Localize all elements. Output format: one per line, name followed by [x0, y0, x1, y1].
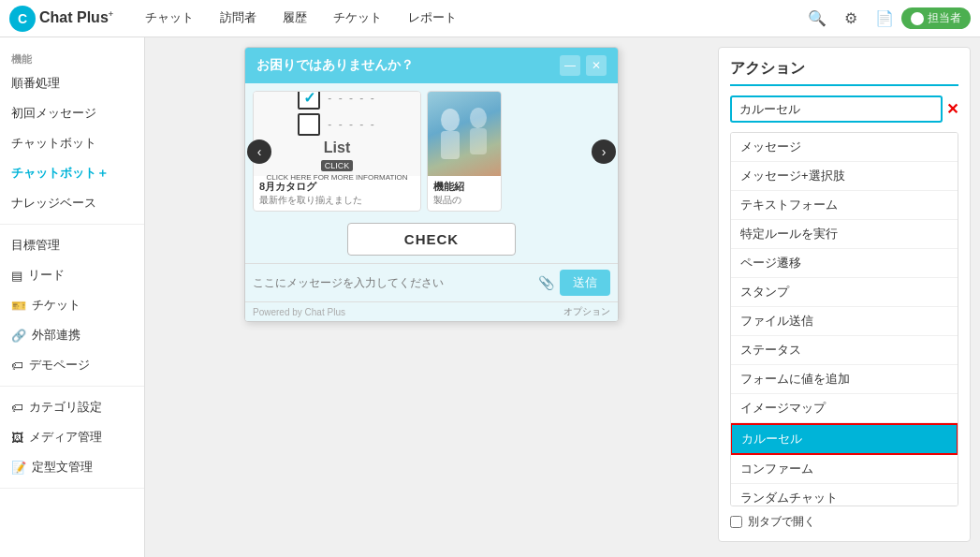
- logo-icon: C: [9, 6, 36, 32]
- nav-chat[interactable]: チャット: [132, 0, 207, 37]
- sidebar-item-chatbotplus[interactable]: チャットボット＋: [0, 158, 144, 188]
- checkbox-unchecked: [298, 113, 320, 136]
- sidebar-item-ticket-label: チケット: [32, 297, 80, 314]
- agent-label: 担当者: [928, 10, 961, 26]
- dropdown-item-confirm[interactable]: コンファーム: [731, 455, 958, 484]
- dropdown-item-imagemap[interactable]: イメージマップ: [731, 394, 958, 423]
- chat-preview-wrap: お困りではありませんか？ — ✕ - -: [154, 47, 709, 548]
- sidebar-item-demo[interactable]: 🏷 デモページ: [0, 350, 144, 380]
- dropdown-item-stamp[interactable]: スタンプ: [731, 278, 958, 307]
- checkbox-checked: [298, 91, 320, 110]
- sidebar-item-lead[interactable]: ▤ リード: [0, 260, 144, 290]
- dropdown-list: メッセージ メッセージ+選択肢 テキストフォーム 特定ルールを実行 ページ遷移 …: [730, 132, 958, 506]
- search-icon[interactable]: 🔍: [800, 2, 834, 36]
- nav-visitors[interactable]: 訪問者: [207, 0, 270, 37]
- chat-footer: Powered by Chat Plus オプション: [245, 301, 618, 321]
- document-icon[interactable]: 📄: [868, 2, 901, 36]
- sidebar-group-main: 目標管理 ▤ リード 🎫 チケット 🔗 外部連携 🏷 デモページ: [0, 225, 144, 387]
- sidebar-item-chatbot[interactable]: チャットボット: [0, 128, 144, 158]
- carousel-next-button[interactable]: ›: [592, 139, 616, 164]
- chat-input[interactable]: [253, 276, 533, 289]
- sidebar-item-lead-label: リード: [28, 267, 65, 284]
- svg-rect-3: [470, 128, 487, 154]
- nav-ticket[interactable]: チケット: [320, 0, 395, 37]
- svg-point-2: [470, 108, 487, 128]
- media-icon: 🖼: [11, 431, 23, 445]
- chat-header: お困りではありませんか？ — ✕: [245, 48, 618, 83]
- dropdown-item-random[interactable]: ランダムチャット: [731, 484, 958, 506]
- dashes-unchecked: - - - - -: [328, 118, 375, 131]
- toggle-dot: [911, 12, 924, 25]
- powered-by: Powered by Chat Plus: [253, 307, 345, 317]
- close-chat-icon[interactable]: ✕: [586, 55, 607, 76]
- dropdown-item-formvalue[interactable]: フォームに値を追加: [731, 365, 958, 394]
- dropdown-item-textform[interactable]: テキストフォーム: [731, 191, 958, 220]
- action-type-select[interactable]: カルーセル: [730, 95, 943, 123]
- minimize-icon[interactable]: —: [560, 55, 580, 76]
- check-btn-area: CHECK: [245, 219, 618, 263]
- sidebar-item-knowledge[interactable]: ナレッジベース: [0, 188, 144, 218]
- svg-rect-1: [441, 131, 460, 159]
- gear-icon[interactable]: ⚙: [834, 2, 868, 36]
- check-button[interactable]: CHECK: [347, 223, 516, 256]
- sidebar-item-ticket[interactable]: 🎫 チケット: [0, 290, 144, 320]
- sidebar-item-shokaimessage[interactable]: 初回メッセージ: [0, 98, 144, 128]
- sidebar-group-kinoue: 機能 順番処理 初回メッセージ チャットボット チャットボット＋ ナレッジベース: [0, 41, 144, 225]
- sidebar-item-teikei-label: 定型文管理: [32, 459, 93, 476]
- carousel-card-1-info: 8月カタログ 最新作を取り揃えました: [254, 176, 420, 211]
- share-icon: 🔗: [11, 329, 26, 343]
- logo-text: Chat Plus+: [39, 9, 113, 26]
- logo-sup: +: [109, 9, 113, 19]
- sidebar-item-teikei[interactable]: 📝 定型文管理: [0, 452, 144, 482]
- list-label: List: [324, 139, 350, 156]
- bottom-check-row: 別タブで開く: [730, 514, 958, 530]
- new-tab-label: 別タブで開く: [748, 514, 815, 530]
- dropdown-item-status[interactable]: ステータス: [731, 336, 958, 365]
- chat-input-area: 📎 送信: [245, 263, 618, 301]
- card2-subtitle: 製品の: [433, 194, 495, 207]
- card2-title: 機能紹: [433, 180, 495, 194]
- dropdown-item-rule[interactable]: 特定ルールを実行: [731, 220, 958, 249]
- send-button[interactable]: 送信: [560, 270, 610, 296]
- dropdown-item-navigate[interactable]: ページ遷移: [731, 249, 958, 278]
- ticket-icon: 🎫: [11, 299, 26, 313]
- sidebar-item-mokuhyo[interactable]: 目標管理: [0, 230, 144, 260]
- sidebar-section-kinoue: 機能: [0, 47, 144, 68]
- agent-button[interactable]: 担当者: [901, 7, 971, 29]
- sidebar-item-external-label: 外部連携: [32, 327, 80, 344]
- layout: 機能 順番処理 初回メッセージ チャットボット チャットボット＋ ナレッジベース…: [0, 37, 980, 557]
- dropdown-item-file[interactable]: ファイル送信: [731, 307, 958, 336]
- carousel-card-2-info: 機能紹 製品の: [428, 176, 501, 211]
- sidebar: 機能 順番処理 初回メッセージ チャットボット チャットボット＋ ナレッジベース…: [0, 37, 145, 557]
- card2-img: [428, 92, 501, 176]
- sidebar-item-external[interactable]: 🔗 外部連携: [0, 320, 144, 350]
- dashes-checked: - - - - -: [328, 92, 375, 105]
- list-icon: ▤: [11, 269, 22, 283]
- dropdown-item-message-choice[interactable]: メッセージ+選択肢: [731, 162, 958, 191]
- action-panel: アクション カルーセル ✕ メッセージ メッセージ+選択肢 テキストフォーム 特…: [718, 47, 971, 542]
- logo: C Chat Plus+: [9, 6, 113, 32]
- carousel-inner: - - - - - - - - - - List CLICK CLICK HER…: [253, 91, 610, 212]
- topnav: C Chat Plus+ チャット 訪問者 履歴 チケット レポート 🔍 ⚙ 📄…: [0, 0, 980, 37]
- card2-img-content: [428, 92, 501, 176]
- card1-subtitle: 最新作を取り揃えました: [259, 194, 415, 207]
- dropdown-item-message[interactable]: メッセージ: [731, 133, 958, 162]
- card1-title: 8月カタログ: [259, 180, 415, 194]
- dropdown-item-carousel[interactable]: カルーセル: [730, 423, 958, 455]
- click-badge: CLICK: [321, 160, 354, 171]
- main-content: お困りではありませんか？ — ✕ - -: [145, 37, 980, 557]
- new-tab-checkbox[interactable]: [730, 516, 742, 528]
- sidebar-item-junban[interactable]: 順番処理: [0, 68, 144, 98]
- options-link[interactable]: オプション: [563, 305, 610, 318]
- flag-icon: 🏷: [11, 359, 23, 373]
- sidebar-item-category-label: カテゴリ設定: [29, 399, 102, 416]
- delete-action-button[interactable]: ✕: [946, 100, 958, 118]
- sidebar-group-bottom: 🏷 カテゴリ設定 🖼 メディア管理 📝 定型文管理: [0, 387, 144, 489]
- carousel-card-1: - - - - - - - - - - List CLICK CLICK HER…: [253, 91, 421, 212]
- nav-history[interactable]: 履歴: [270, 0, 320, 37]
- sidebar-item-media[interactable]: 🖼 メディア管理: [0, 422, 144, 452]
- carousel-prev-button[interactable]: ‹: [247, 139, 271, 164]
- sidebar-item-category[interactable]: 🏷 カテゴリ設定: [0, 392, 144, 422]
- nav-report[interactable]: レポート: [395, 0, 470, 37]
- action-panel-title: アクション: [730, 59, 958, 86]
